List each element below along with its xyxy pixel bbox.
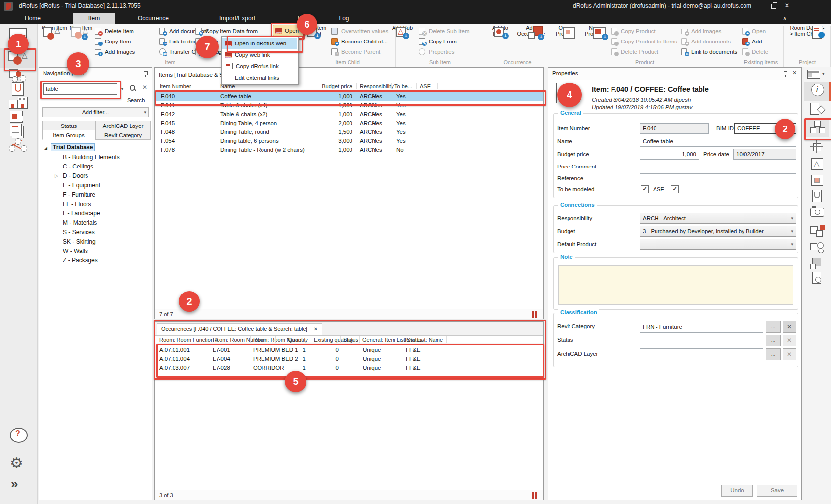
copy-item-data-from-button[interactable]: ✎Copy Item Data from	[195, 26, 258, 36]
tree-item-floors[interactable]: FL - Floors	[63, 201, 91, 208]
tab-import-export[interactable]: Import/Export	[200, 13, 274, 24]
tree-item-furniture[interactable]: F - Furniture	[63, 191, 95, 198]
copy-product-to-items-button[interactable]: =Copy Product to Items	[611, 37, 677, 46]
documents-icon[interactable]	[10, 82, 28, 97]
column-chooser-icon[interactable]	[532, 311, 539, 318]
col-budget-price[interactable]: Budget price	[303, 84, 352, 89]
table-row[interactable]: F.045Dining Table, 4 person2,000ARCHYesY…	[155, 119, 543, 128]
tree-item-building-elements[interactable]: B - Building Elements	[63, 154, 120, 161]
add-to-room-button[interactable]: + Add to Room	[487, 25, 513, 37]
note-textarea[interactable]	[558, 265, 793, 305]
delete-sub-item-button[interactable]: ✕Delete Sub Item	[419, 26, 469, 36]
col-ase[interactable]: ASE	[420, 84, 431, 89]
tree-root-expander[interactable]: ◢	[44, 144, 47, 151]
product-add-documents-button[interactable]: +Add documents	[681, 37, 731, 46]
name-field[interactable]: Coffee table	[640, 136, 796, 147]
default-product-select[interactable]: ▾	[640, 239, 796, 250]
ase-checkbox[interactable]: ✓	[671, 185, 679, 193]
price-date-field[interactable]: 10/02/2017	[733, 149, 796, 160]
room-data-item-checks-button[interactable]: Room Data <- > Item Checks	[785, 25, 830, 37]
tree-root-trial-database[interactable]: Trial Database	[51, 143, 95, 151]
menu-item-copy-drofus-link[interactable]: Copy dRofus link	[222, 60, 297, 72]
budget-select[interactable]: 3 - Purchased by Developer, installed by…	[640, 226, 796, 237]
undo-button[interactable]: Undo	[721, 485, 753, 497]
save-button[interactable]: Save	[757, 485, 797, 497]
existing-delete-button[interactable]: −Delete	[742, 47, 768, 56]
item-number-field[interactable]: F.040	[640, 123, 709, 134]
move-3d-tool[interactable]	[808, 140, 828, 156]
status-browse-button[interactable]: ...	[766, 335, 781, 346]
copy-item-button[interactable]: =Copy Item	[95, 37, 131, 46]
responsibility-select[interactable]: ARCH - Architect▾	[640, 213, 796, 224]
relations-icon[interactable]	[8, 138, 30, 153]
table-row[interactable]: F.054Dining table, 6 persons3,000ARCHYes…	[155, 137, 543, 146]
become-parent-button[interactable]: ↑Become Parent	[331, 47, 380, 56]
tree-item-ceilings[interactable]: C - Ceilings	[63, 163, 93, 170]
reports-icon[interactable]	[9, 124, 29, 138]
tree-item-services[interactable]: S - Services	[63, 229, 95, 236]
menu-item-edit-external-links[interactable]: Edit external links	[222, 72, 297, 83]
buildings-icon[interactable]	[8, 96, 30, 111]
tree-item-materials[interactable]: M - Materials	[63, 219, 97, 226]
become-child-of-button[interactable]: +Become Child of...	[331, 37, 388, 46]
product-tool[interactable]	[808, 174, 828, 190]
bim-models-tool[interactable]	[808, 225, 828, 241]
close-icon[interactable]: ✕	[792, 70, 797, 76]
add-filter-button[interactable]: Add filter... ▾	[42, 107, 149, 117]
budget-price-field[interactable]: 1,000	[640, 149, 699, 160]
tab-status[interactable]: Status	[42, 121, 95, 130]
minimize-button[interactable]: –	[753, 0, 765, 12]
item-data-tool[interactable]	[808, 103, 828, 119]
help-icon[interactable]: ?	[10, 428, 28, 443]
documents-tool[interactable]	[808, 190, 828, 206]
price-comment-field[interactable]	[640, 162, 796, 171]
new-product-button[interactable]: + New Product	[580, 25, 608, 37]
archicad-layer-field[interactable]	[640, 348, 763, 360]
close-button[interactable]: ✕	[781, 0, 793, 12]
delete-product-button[interactable]: −Delete Product	[611, 47, 658, 56]
overwritten-values-button[interactable]: Overwritten values	[331, 26, 388, 36]
col-item-number[interactable]: Item Number	[160, 84, 191, 89]
search-clear-icon[interactable]: ✕	[141, 84, 149, 93]
info-tool[interactable]: i	[808, 84, 828, 99]
table-row[interactable]: F.042Table & chairs (x2)1,000ARCHYesYes	[155, 110, 543, 119]
reference-field[interactable]	[640, 173, 796, 183]
tab-item-groups[interactable]: Item Groups	[42, 130, 95, 140]
revit-category-browse-button[interactable]: ...	[766, 321, 781, 333]
product-add-images-button[interactable]: +Add Images	[681, 26, 721, 36]
log-tool[interactable]	[808, 272, 828, 288]
new-item-button[interactable]: △+ New Item	[68, 25, 94, 31]
tab-home[interactable]: Home	[18, 13, 47, 24]
tree-item-skirting[interactable]: SK - Skirting	[63, 238, 96, 245]
product-link-to-documents-button[interactable]: ∞Link to documents	[681, 47, 737, 56]
tab-revit-category[interactable]: Revit Category	[95, 130, 151, 140]
add-occurrence-button[interactable]: + Add Occurrence	[516, 25, 546, 37]
archicad-layer-browse-button[interactable]: ...	[766, 348, 781, 360]
panel-layout-button[interactable]: ▾	[807, 69, 828, 79]
col-responsibility[interactable]: Responsibility	[360, 84, 394, 89]
search-icon[interactable]	[129, 84, 137, 92]
copy-product-button[interactable]: =Copy Product	[611, 26, 656, 36]
tree-item-equipment[interactable]: E - Equipment	[63, 182, 100, 189]
revit-category-clear-button[interactable]: ✕	[783, 321, 796, 333]
to-be-modeled-checkbox[interactable]: ✓	[641, 185, 649, 193]
tab-archicad-layer[interactable]: ArchiCAD Layer	[95, 121, 151, 130]
sub-item-properties-button[interactable]: Properties	[419, 47, 454, 56]
table-row[interactable]: F.048Dining Table, round1,500ARCHYesYes	[155, 128, 543, 137]
tree-collapsed-icon[interactable]: ▷	[55, 173, 58, 178]
expand-sidebar-icon[interactable]: »	[11, 476, 29, 491]
existing-open-button[interactable]: +Open	[742, 26, 766, 36]
tree-item-doors[interactable]: D - Doors	[63, 172, 88, 179]
open-item-button[interactable]: △ Open Item	[42, 25, 67, 31]
products-tool[interactable]: △	[808, 157, 828, 173]
column-chooser-icon[interactable]	[532, 492, 539, 499]
delete-item-button[interactable]: −Delete Item	[95, 26, 134, 36]
tab-item[interactable]: Item	[73, 13, 115, 24]
copy-from-button[interactable]: ✎Copy From	[419, 37, 457, 46]
models-icon[interactable]	[9, 110, 29, 125]
settings-gear-icon[interactable]: ⚙	[10, 455, 28, 471]
col-to-be[interactable]: To be...	[394, 84, 412, 89]
tree-item-walls[interactable]: W - Walls	[63, 248, 88, 254]
open-product-button[interactable]: Open Product	[552, 25, 578, 37]
tab-log[interactable]: Log	[330, 13, 357, 24]
